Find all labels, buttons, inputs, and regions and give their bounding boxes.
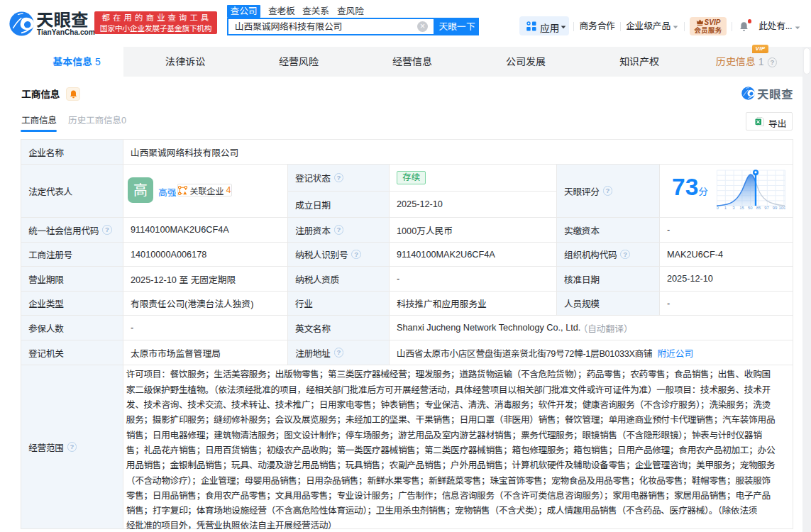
svg-text:0: 0 xyxy=(717,206,719,210)
svg-text:97: 97 xyxy=(764,206,769,210)
svg-text:99: 99 xyxy=(773,206,778,210)
svg-text:100: 100 xyxy=(779,206,785,210)
svg-text:1: 1 xyxy=(724,206,727,210)
svg-text:50: 50 xyxy=(748,206,753,210)
svg-text:85: 85 xyxy=(756,206,761,210)
svg-text:3: 3 xyxy=(732,206,735,210)
svg-text:15: 15 xyxy=(739,206,744,210)
